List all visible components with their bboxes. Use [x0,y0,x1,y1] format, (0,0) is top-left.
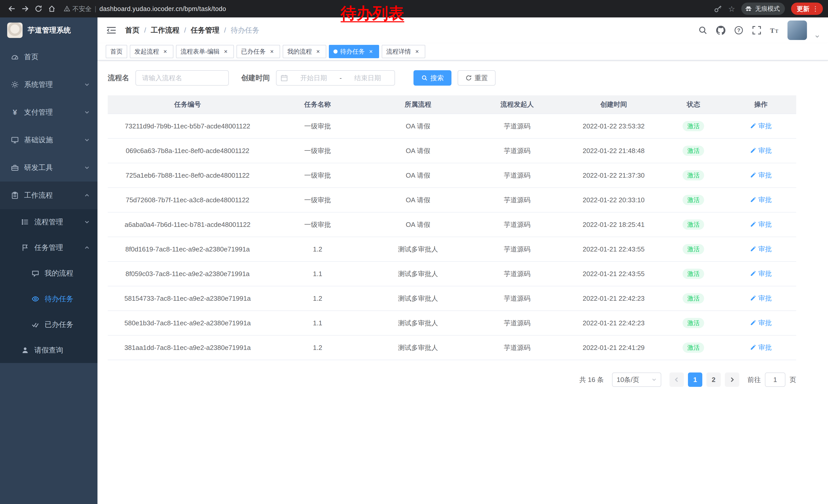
key-icon[interactable] [714,5,722,13]
update-button[interactable]: 更新 ⋮ [791,3,823,15]
tab-流程表单-编辑[interactable]: 流程表单-编辑× [176,45,234,58]
sidebar-item-process-mgmt[interactable]: 流程管理 [0,209,97,235]
approve-label: 审批 [758,171,772,180]
cell-process: OA 请假 [368,163,468,188]
column-header: 所属流程 [368,95,468,114]
sidebar-item-home[interactable]: 首页 [0,43,97,71]
tab-我的流程[interactable]: 我的流程× [283,45,326,58]
breadcrumb-item[interactable]: 工作流程 [151,26,179,35]
bookmark-star-icon[interactable]: ☆ [728,4,735,13]
column-header: 操作 [726,95,796,114]
reset-button[interactable]: 重置 [458,70,496,86]
tab-待办任务[interactable]: 待办任务× [329,45,379,58]
home-icon[interactable] [45,2,58,15]
search-button[interactable]: 搜索 [413,70,451,86]
column-header: 创建时间 [566,95,661,114]
sidebar-item-payment-mgmt[interactable]: ¥支付管理 [0,98,97,126]
sidebar-item-my-process[interactable]: 我的流程 [0,261,97,286]
font-size-icon[interactable]: TT [770,25,780,35]
approve-link[interactable]: 审批 [750,146,772,155]
cell-initiator: 芋道源码 [468,262,566,286]
approve-link[interactable]: 审批 [750,195,772,204]
app-title: 芋道管理系统 [28,26,71,35]
reload-icon[interactable] [32,2,45,15]
browser-menu-icon[interactable]: ⋮ [812,5,819,13]
sidebar-item-done-task[interactable]: 已办任务 [0,312,97,337]
goto-page-input[interactable] [765,372,785,387]
start-date-placeholder[interactable]: 开始日期 [291,74,336,83]
cell-task-id: 725a1eb6-7b88-11ec-8ef0-acde48001122 [108,163,267,188]
sidebar-item-infrastructure[interactable]: 基础设施 [0,126,97,154]
sidebar-item-dev-tools[interactable]: 研发工具 [0,154,97,182]
date-range-picker[interactable]: 开始日期 - 结束日期 [276,70,395,86]
fullscreen-icon[interactable] [752,25,762,35]
sidebar-item-leave-query[interactable]: 请假查询 [0,337,97,363]
tab-已办任务[interactable]: 已办任务× [237,45,280,58]
create-time-label: 创建时间 [241,73,270,83]
tab-close-icon[interactable]: × [367,48,374,55]
sidebar-item-workflow[interactable]: 工作流程 [0,182,97,209]
prev-page-button[interactable] [669,372,684,387]
cell-task-name: 1.2 [267,335,368,360]
tab-close-icon[interactable]: × [162,48,169,55]
page-button-2[interactable]: 2 [706,372,721,387]
cell-process: OA 请假 [368,138,468,163]
sidebar-item-todo-task[interactable]: 待办任务 [0,286,97,312]
filter-bar: 流程名 创建时间 开始日期 - 结束日期 搜索 [108,70,796,86]
security-status[interactable]: 不安全 [64,5,92,13]
forward-icon[interactable] [18,2,32,15]
tab-close-icon[interactable]: × [315,48,322,55]
approve-link[interactable]: 审批 [750,244,772,254]
breadcrumb-item[interactable]: 首页 [125,26,139,35]
cell-initiator: 芋道源码 [468,138,566,163]
cell-initiator: 芋道源码 [468,114,566,138]
approve-link[interactable]: 审批 [750,318,772,327]
approve-link[interactable]: 审批 [750,294,772,303]
cell-task-name: 1.1 [267,311,368,335]
user-icon [20,346,30,354]
sidebar-logo[interactable]: 芋道管理系统 [0,17,97,43]
sidebar-item-task-mgmt[interactable]: 任务管理 [0,235,97,261]
tab-首页[interactable]: 首页 [106,45,127,58]
tab-close-icon[interactable]: × [413,48,421,55]
cell-created: 2022-01-22 21:37:30 [566,163,661,188]
approve-link[interactable]: 审批 [750,220,772,229]
tab-close-icon[interactable]: × [268,48,276,55]
tab-label: 待办任务 [340,47,365,56]
cell-action: 审批 [726,138,796,163]
page-size-value: 10条/页 [617,375,639,384]
page-size-select[interactable]: 10条/页 [612,372,661,387]
svg-text:T: T [770,27,774,34]
tab-close-icon[interactable]: × [222,48,229,55]
tab-流程详情[interactable]: 流程详情× [382,45,425,58]
user-avatar[interactable] [787,20,807,40]
github-icon[interactable] [716,25,726,35]
cell-task-name: 一级审批 [267,138,368,163]
sidebar-item-system-mgmt[interactable]: 系统管理 [0,71,97,98]
approve-link[interactable]: 审批 [750,343,772,352]
back-icon[interactable] [5,2,18,15]
cell-process: 测试多审批人 [368,335,468,360]
next-page-button[interactable] [725,372,739,387]
breadcrumb-item[interactable]: 任务管理 [191,26,219,35]
tab-发起流程[interactable]: 发起流程× [130,45,173,58]
table-body: 73211d9d-7b9b-11ec-b5b7-acde48001122一级审批… [108,114,796,360]
approve-link[interactable]: 审批 [750,269,772,278]
approve-label: 审批 [758,146,772,155]
sidebar-collapse-icon[interactable] [106,25,117,36]
table-row: 381aa1dd-7ac8-11ec-a9e2-a2380e71991a1.2测… [108,335,796,360]
help-icon[interactable]: ? [734,25,744,35]
approve-link[interactable]: 审批 [750,171,772,180]
end-date-placeholder[interactable]: 结束日期 [345,74,390,83]
column-header: 任务编号 [108,95,267,114]
tab-label: 我的流程 [287,47,312,56]
cell-action: 审批 [726,188,796,212]
pencil-icon [750,172,756,178]
approve-label: 审批 [758,195,772,204]
page-button-1[interactable]: 1 [688,372,702,387]
approve-link[interactable]: 审批 [750,122,772,131]
avatar-caret-icon[interactable] [815,34,820,39]
search-icon[interactable] [698,25,708,35]
logo-avatar [7,22,23,38]
process-name-input[interactable] [135,70,229,86]
